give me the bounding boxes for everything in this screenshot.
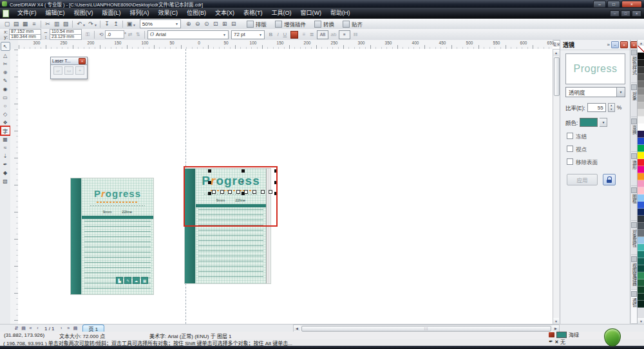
add-page-icon[interactable]: ▤ bbox=[72, 326, 79, 331]
color-swatch[interactable] bbox=[638, 60, 644, 67]
zoom-actual-icon[interactable]: ⊙ bbox=[202, 20, 211, 28]
doc-window-control-1[interactable]: □ bbox=[621, 10, 630, 17]
page-sorter-icon[interactable]: ⇵ bbox=[13, 326, 20, 331]
menu-item-7[interactable]: 文本(X) bbox=[211, 8, 239, 19]
menu-item-1[interactable]: 编辑(E) bbox=[41, 8, 70, 19]
menu-item-0[interactable]: 文件(F) bbox=[13, 8, 41, 19]
menu-item-5[interactable]: 效果(C) bbox=[154, 8, 183, 19]
laser-tool-icon-3[interactable]: + bbox=[75, 66, 84, 75]
color-swatch[interactable] bbox=[638, 194, 644, 202]
dropdown-arrow-icon[interactable]: ▼ bbox=[133, 23, 136, 27]
color-swatch[interactable] bbox=[638, 251, 644, 258]
menu-item-6[interactable]: 位图(B) bbox=[182, 8, 211, 19]
size-field-1[interactable]: ↕23.129 mm bbox=[43, 35, 82, 39]
underline-button[interactable]: U bbox=[281, 31, 289, 39]
convert-button[interactable]: 转换 bbox=[311, 20, 337, 28]
color-swatch[interactable] bbox=[638, 131, 644, 138]
color-swatch[interactable] bbox=[638, 67, 644, 74]
maximize-button[interactable]: □ bbox=[607, 1, 620, 8]
checkbox-icon[interactable] bbox=[567, 146, 573, 152]
color-swatch[interactable] bbox=[638, 294, 644, 301]
zoom-selection-icon[interactable]: ⊡ bbox=[211, 20, 220, 28]
horizontal-scroll-thumb[interactable]: ||| bbox=[301, 326, 551, 332]
color-swatch[interactable] bbox=[638, 230, 644, 237]
canvas[interactable]: Laser T... × ▱▭+ Progress 9mm 22line ▙✎☁… bbox=[18, 49, 553, 324]
paste-icon[interactable]: ▨ bbox=[61, 20, 70, 28]
color-swatch[interactable] bbox=[638, 258, 644, 265]
position-field-1[interactable]: y:180.344 mm bbox=[3, 35, 41, 39]
enhance-plugin-button[interactable]: 增强插件 bbox=[272, 20, 309, 28]
lens-color-swatch[interactable] bbox=[580, 118, 598, 127]
color-swatch[interactable] bbox=[638, 81, 644, 88]
last-page-icon[interactable]: » bbox=[65, 326, 72, 331]
italic-button[interactable]: I bbox=[274, 31, 281, 39]
color-swatch[interactable] bbox=[638, 166, 644, 173]
color-swatch[interactable] bbox=[638, 265, 644, 272]
close-button[interactable]: × bbox=[621, 1, 642, 8]
palette-scroll-up-icon[interactable]: ▲ bbox=[638, 40, 644, 46]
mirror-horizontal-icon[interactable]: ⇄ bbox=[126, 31, 134, 38]
copy-icon[interactable]: ▥ bbox=[52, 20, 61, 28]
checkbox-icon[interactable] bbox=[567, 158, 573, 165]
lens-type-dropdown[interactable]: 透明度 ▼ bbox=[565, 87, 625, 97]
menu-item-10[interactable]: 窗口(W) bbox=[296, 8, 327, 19]
page-settings-icon[interactable]: ▤ bbox=[20, 326, 27, 331]
align-left-icon[interactable]: ≡ bbox=[300, 31, 308, 38]
color-swatch[interactable] bbox=[638, 209, 644, 216]
docker-tab-5[interactable]: 对象属性 bbox=[631, 221, 638, 256]
menu-item-8[interactable]: 表格(T) bbox=[239, 8, 267, 19]
cut-icon[interactable]: ✂ bbox=[43, 20, 52, 28]
menu-item-9[interactable]: 工具(O) bbox=[267, 8, 296, 19]
color-swatch[interactable] bbox=[638, 287, 644, 294]
zoom-width-icon[interactable]: ⊟ bbox=[229, 20, 238, 28]
docker-tab-6[interactable]: 视图管理器 bbox=[631, 255, 638, 290]
menu-item-2[interactable]: 视图(V) bbox=[70, 8, 98, 19]
color-swatch[interactable] bbox=[638, 138, 644, 145]
import-icon[interactable]: ↧ bbox=[102, 20, 111, 28]
rate-input[interactable]: 55 bbox=[587, 103, 606, 112]
notebook-design-left[interactable]: Progress 9mm 22line ▙✎☁▦ bbox=[71, 178, 153, 294]
layout-button[interactable]: 排版 bbox=[243, 20, 270, 28]
checkbox-icon[interactable] bbox=[567, 133, 573, 139]
laser-tool-icon-2[interactable]: ▭ bbox=[64, 66, 73, 75]
shape-tool[interactable]: △ bbox=[1, 52, 10, 59]
snap-button[interactable]: 贴齐 bbox=[339, 20, 366, 28]
menu-item-11[interactable]: 帮助(H) bbox=[326, 8, 355, 19]
color-swatch[interactable] bbox=[638, 95, 644, 102]
color-swatch[interactable] bbox=[638, 74, 644, 81]
mirror-vertical-icon[interactable]: ⇅ bbox=[134, 31, 142, 38]
no-color-swatch[interactable] bbox=[638, 46, 644, 53]
docker-tab-2[interactable]: 变换 bbox=[631, 117, 638, 152]
color-swatch[interactable] bbox=[638, 109, 644, 117]
color-swatch[interactable] bbox=[638, 301, 644, 308]
doc-window-control-0[interactable]: – bbox=[610, 10, 620, 17]
bold-button[interactable]: B bbox=[267, 31, 274, 39]
position-field-0[interactable]: x:87.152 mm bbox=[3, 30, 41, 34]
open-icon[interactable]: ▤ bbox=[12, 20, 21, 28]
paragraph-text-icon[interactable]: ≡ bbox=[339, 30, 350, 39]
docker-tab-1[interactable]: 对象 bbox=[631, 83, 638, 118]
eyedropper-tool[interactable]: ⇣ bbox=[1, 152, 10, 160]
lens-option-2[interactable]: 移除表面 bbox=[567, 158, 624, 165]
blend-tool[interactable]: ≈ bbox=[1, 144, 10, 151]
docker-collapse-icon[interactable]: » bbox=[607, 42, 610, 48]
print-icon[interactable]: ≡ bbox=[30, 20, 39, 28]
laser-palette-close-button[interactable]: × bbox=[79, 58, 86, 64]
lens-option-0[interactable]: 冻结 bbox=[567, 132, 624, 140]
minimize-button[interactable]: – bbox=[593, 1, 606, 8]
color-swatch[interactable] bbox=[638, 244, 644, 251]
lens-color-dropdown[interactable]: ▼ bbox=[600, 118, 607, 127]
docker-tab-0[interactable]: 颜色样式 bbox=[631, 48, 638, 83]
apply-button[interactable]: 应用 bbox=[567, 174, 598, 185]
fill-tool[interactable]: ◆ bbox=[1, 169, 10, 176]
zoom-level-combo[interactable]: 50% ▼ bbox=[140, 19, 181, 28]
color-swatch[interactable] bbox=[638, 180, 644, 187]
laser-tool-icon-1[interactable]: ▱ bbox=[53, 66, 62, 75]
menu-item-3[interactable]: 版面(L) bbox=[98, 8, 126, 19]
color-swatch[interactable] bbox=[638, 216, 644, 223]
new-document-icon[interactable]: ▢ bbox=[3, 20, 12, 28]
menu-item-4[interactable]: 排列(A) bbox=[126, 8, 154, 19]
horizontal-ruler[interactable]: 3002502001501005005010015020025030035040… bbox=[18, 40, 553, 50]
size-field-0[interactable]: ↔110.54 mm bbox=[43, 30, 82, 34]
docker-minimize-button[interactable]: – bbox=[611, 41, 619, 48]
